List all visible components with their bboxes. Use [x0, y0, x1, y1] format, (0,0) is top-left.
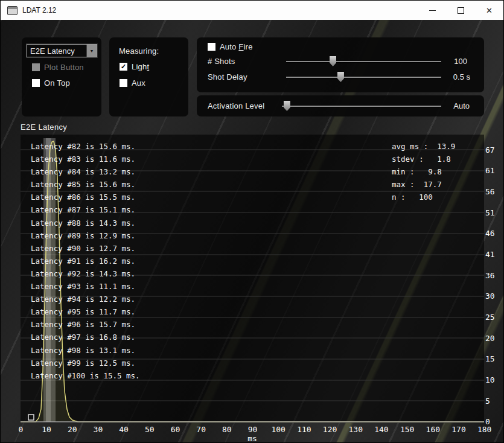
auto-fire-checkbox[interactable] [208, 43, 215, 51]
latency-log-line: Latency #90 is 12.7 ms. [31, 242, 140, 255]
x-axis-tick-label: 70 [188, 425, 214, 433]
titlebar: LDAT 2.12 ✕ [1, 1, 503, 21]
y-axis-tick-label: 46 [485, 223, 504, 244]
latency-plot: Latency #82 is 15.6 ms.Latency #83 is 11… [21, 135, 484, 423]
y-axis-tick-label: 25 [485, 307, 504, 328]
x-axis-tick-label: 60 [162, 425, 188, 433]
histogram-marker [28, 415, 34, 420]
y-axis-tick-label: 5 [485, 390, 504, 412]
main-area: E2E Latency ▼ Plot Button On Top Measuri… [1, 20, 503, 443]
chevron-down-icon[interactable]: ▼ [86, 45, 97, 57]
x-axis-tick-label: 90 [240, 425, 266, 433]
x-axis-tick-label: 130 [343, 425, 369, 433]
latency-log-line: Latency #98 is 13.1 ms. [31, 344, 140, 357]
y-axis-tick-label: 41 [485, 244, 504, 265]
latency-log-line: Latency #95 is 11.7 ms. [31, 305, 140, 318]
window-title: LDAT 2.12 [22, 6, 56, 14]
y-axis-tick-label: 67 [485, 139, 504, 161]
y-axis-tick-label: 20 [485, 328, 504, 349]
latency-log-line: Latency #89 is 12.9 ms. [31, 229, 140, 242]
close-icon: ✕ [486, 7, 493, 14]
on-top-label: On Top [44, 78, 70, 88]
x-axis-tick-label: 160 [420, 425, 446, 433]
x-axis-tick-label: 10 [34, 425, 60, 433]
minimize-button[interactable] [418, 1, 447, 20]
auto-fire-row: Auto Fire [208, 42, 253, 51]
plot-title: E2E Latency [21, 123, 67, 132]
latency-log-line: Latency #84 is 13.2 ms. [31, 165, 140, 178]
latency-log-line: Latency #87 is 15.1 ms. [31, 203, 140, 216]
latency-log-line: Latency #97 is 16.8 ms. [31, 331, 140, 343]
y-axis-tick-label: 15 [485, 348, 504, 369]
x-axis-tick-label: 170 [446, 425, 472, 433]
app-icon [7, 6, 18, 15]
x-axis-tick-label: 80 [214, 425, 240, 433]
light-checkbox[interactable]: ✓ [120, 63, 127, 71]
latency-log-line: Latency #93 is 11.1 ms. [31, 280, 140, 293]
y-axis-tick-label: 10 [485, 369, 504, 390]
shot-delay-slider-thumb[interactable] [337, 72, 344, 82]
close-button[interactable]: ✕ [475, 1, 503, 20]
x-axis-tick-label: 40 [111, 425, 137, 433]
latency-log-line: Latency #99 is 12.5 ms. [31, 357, 140, 369]
shot-delay-label: Shot Delay [208, 72, 247, 81]
light-row: ✓ Light [120, 62, 149, 71]
auto-fire-label: Auto Fire [220, 42, 253, 51]
x-axis-unit-label: ms [21, 434, 484, 443]
latency-log-line: Latency #96 is 15.7 ms. [31, 318, 140, 331]
y-axis-tick-label: 61 [485, 161, 504, 182]
y-axis-labels: 67615651464136302520151050 [485, 139, 504, 432]
activation-panel: Activation Level Auto [197, 95, 484, 116]
activation-level-slider-thumb[interactable] [284, 101, 290, 111]
window-controls: ✕ [418, 1, 503, 20]
latency-log-line: Latency #94 is 12.2 ms. [31, 293, 140, 305]
shots-label: # Shots [208, 57, 235, 66]
mode-dropdown[interactable]: E2E Latency ▼ [27, 44, 97, 57]
latency-log-line: Latency #100 is 15.5 ms. [31, 369, 140, 382]
latency-stat-line: avg ms : 13.9 [392, 140, 455, 153]
x-axis-tick-label: 100 [266, 425, 292, 433]
aux-row: Aux [120, 78, 145, 87]
light-label: Light [132, 62, 149, 71]
plot-button-checkbox[interactable] [32, 63, 40, 71]
activation-level-label: Activation Level [208, 101, 264, 110]
on-top-checkbox[interactable] [32, 79, 40, 87]
latency-stat-line: max : 17.7 [392, 178, 455, 191]
latency-log-line: Latency #85 is 15.6 ms. [31, 178, 140, 191]
latency-log-line: Latency #88 is 14.3 ms. [31, 217, 140, 229]
y-axis-tick-label: 30 [485, 285, 504, 307]
aux-checkbox[interactable] [120, 79, 127, 87]
minimize-icon [429, 10, 436, 11]
latency-log-line: Latency #83 is 11.6 ms. [31, 153, 140, 165]
ldat-window: LDAT 2.12 ✕ E2E Latency ▼ Plot Button On… [0, 0, 504, 443]
shot-delay-slider[interactable] [286, 77, 441, 78]
x-axis-tick-label: 120 [317, 425, 343, 433]
latency-stats: avg ms : 13.9stdev : 1.8min : 9.8max : 1… [392, 140, 455, 203]
latency-log-line: Latency #82 is 15.6 ms. [31, 140, 140, 153]
x-axis-tick-label: 140 [369, 425, 395, 433]
aux-label: Aux [132, 78, 145, 88]
latency-log: Latency #82 is 15.6 ms.Latency #83 is 11… [31, 140, 140, 382]
mode-panel: E2E Latency ▼ Plot Button On Top [22, 37, 101, 116]
plot-button-label: Plot Button [44, 63, 84, 72]
on-top-row: On Top [32, 78, 70, 87]
fire-panel: Auto Fire # Shots 100 Shot Delay 0.5 s [197, 37, 484, 92]
latency-log-line: Latency #86 is 15.5 ms. [31, 191, 140, 203]
maximize-button[interactable] [447, 1, 475, 20]
y-axis-tick-label: 51 [485, 202, 504, 223]
shots-slider-thumb[interactable] [330, 56, 336, 66]
plot-button-row: Plot Button [32, 63, 84, 71]
latency-stat-line: n : 100 [392, 191, 455, 203]
maximize-icon [458, 7, 464, 14]
shots-slider[interactable] [286, 61, 441, 62]
y-axis-tick-label: 56 [485, 181, 504, 202]
activation-level-slider[interactable] [282, 106, 441, 107]
activation-level-value: Auto [421, 101, 470, 110]
x-axis-labels: 0102030405060708090100110120130140150160… [8, 425, 497, 433]
x-axis-tick-label: 20 [59, 425, 85, 433]
measuring-panel: Measuring: ✓ Light Aux [109, 37, 188, 116]
x-axis-tick-label: 50 [136, 425, 162, 433]
x-axis-tick-label: 30 [85, 425, 111, 433]
x-axis-tick-label: 180 [471, 425, 497, 433]
shots-value: 100 [419, 57, 467, 66]
